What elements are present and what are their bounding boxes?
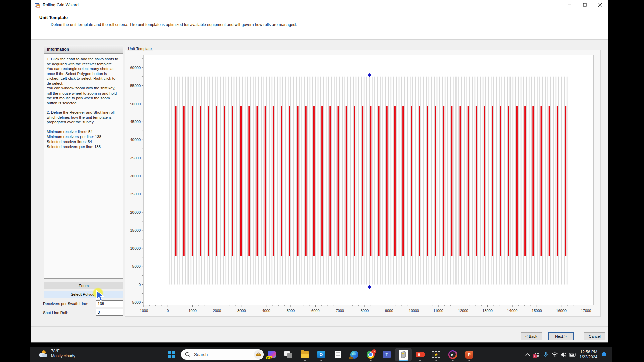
taskbar-icon-chrome[interactable]: J [362,347,379,362]
taskbar-icon-edge[interactable] [346,347,362,362]
x-tick-label: 9000 [385,309,393,313]
taskbar-icon-teams[interactable]: T [379,347,395,362]
taskbar-icon-notepad[interactable] [329,347,346,362]
plot-area[interactable] [143,55,593,305]
unit-template-chart[interactable]: -100001000200030004000500060007000800090… [127,51,600,316]
windows-logo-icon [168,351,175,358]
taskbar-icon-media-player[interactable]: ▶ [444,347,461,362]
x-tick-label: 3000 [237,309,246,313]
running-indicator [419,360,421,361]
running-indicator [304,360,306,361]
notepad-icon [335,351,341,358]
running-indicator [452,360,454,361]
search-placeholder: Search [194,352,208,357]
y-tick-label: 15000 [130,228,141,232]
stat-line: Selected receivers per line: 138 [47,144,121,149]
information-panel-header: Information [44,45,123,54]
x-tick-label: 4000 [262,309,270,313]
chrome-profile-badge: J [372,349,376,354]
zoom-button[interactable]: Zoom [44,282,123,289]
footer-separator [31,326,608,327]
desktop: Rolling Grid Wizard Unit Template Define… [0,0,644,362]
y-tick-label: 0 [139,283,141,287]
wifi-icon [551,352,558,357]
bell-icon [601,351,607,358]
running-indicator [468,360,470,361]
x-tick-label: 12000 [458,309,468,313]
shot-line-roll-value: 3 [98,310,100,314]
y-tick-label: 35000 [130,156,141,160]
x-tick-label: 0 [167,309,169,313]
taskbar-icon-powerpoint[interactable]: P [461,347,477,362]
tray-time: 12:56 PM [580,350,597,355]
titlebar[interactable]: Rolling Grid Wizard [31,0,608,9]
y-tick-label: 45000 [130,120,141,124]
next-button[interactable]: Next > [548,332,574,340]
work-profile-badge [349,357,353,359]
search-icon [185,352,191,357]
page-description: Define the unit template and the roll cr… [51,22,297,27]
media-player-icon: ▶ [448,350,457,359]
stat-line: Minimum receivers per line: 138 [47,134,121,139]
y-tick-label: 40000 [130,138,141,142]
speaker-icon [560,352,567,357]
cancel-button[interactable]: Cancel [584,332,605,340]
shot-line-roll-input[interactable]: 3 [96,309,123,316]
running-indicator [435,360,437,361]
x-tick-label: 15000 [532,309,542,313]
wifi-tray-icon[interactable] [551,352,558,357]
clock[interactable]: 12:56 PM 1/22/2024 [580,350,597,360]
taskbar-icon-copilot[interactable]: PRE [264,347,280,362]
header-separator [31,39,608,40]
work-search-badge [254,350,263,359]
taskbar-icon-file-explorer[interactable] [297,347,313,362]
select-polygon-button[interactable]: Select Polygon [44,291,123,298]
microphone-icon [543,351,548,358]
taskbar-icon-task-view[interactable] [280,347,297,362]
close-button[interactable] [592,0,608,9]
copilot-pre-badge: PRE [266,356,272,359]
notification-count-badge: 4 [533,354,537,358]
microphone-tray-icon[interactable] [543,351,548,358]
receivers-per-swath-label: Receivers per Swath Line: [43,302,88,306]
x-tick-label: 6000 [311,309,319,313]
y-tick-label: 20000 [130,210,141,214]
weather-widget[interactable]: 78°F Mostly cloudy [38,349,75,359]
unit-template-groupbox: Unit Template -1000010002000300040005000… [125,50,601,317]
receivers-per-swath-value: 138 [98,302,104,306]
start-button[interactable] [164,347,179,362]
taskbar-icon-rolling-grid-app[interactable] [395,348,412,361]
back-button[interactable]: < Back [521,332,542,340]
info-paragraph: 1. Click the chart to add the salvo shot… [47,57,121,66]
x-tick-label: 16000 [556,309,567,313]
y-tick-label: 30000 [130,174,141,178]
info-paragraph: 2. Define the Receiver and Shot line rol… [47,110,121,125]
taskbar-icon-outlook[interactable]: O [313,347,329,362]
maximize-button[interactable] [577,0,592,9]
x-tick-label: 17000 [581,309,591,313]
running-indicator [320,360,322,361]
x-tick-label: -1000 [139,309,148,313]
x-tick-label: 5000 [287,309,295,313]
weather-temp: 78°F [51,349,75,354]
minimize-button[interactable] [561,0,577,9]
receivers-per-swath-input[interactable]: 138 [96,300,123,307]
x-tick-label: 10000 [409,309,419,313]
task-view-icon [284,351,292,358]
running-indicator [370,360,372,361]
screen-recorder-icon [416,352,424,357]
page-title: Unit Template [39,15,68,20]
battery-tray-icon[interactable] [569,353,576,357]
rolling-grid-wizard-window: Rolling Grid Wizard Unit Template Define… [31,0,608,343]
hidden-icons-button[interactable] [525,353,530,356]
info-paragraph: You can window zoom with the shift key, … [47,86,121,105]
chevron-up-icon [525,353,530,356]
taskbar-icon-movie-maker[interactable]: ★ [428,347,444,362]
teams-notification-tray[interactable]: 4 [535,353,539,357]
taskbar-icon-screen-recorder[interactable] [412,347,428,362]
notification-center-button[interactable] [601,351,607,358]
y-tick-label: 5000 [132,264,141,268]
volume-tray-icon[interactable] [560,352,567,357]
search-input[interactable]: Search [181,349,264,360]
rolling-grid-app-icon [399,350,408,360]
